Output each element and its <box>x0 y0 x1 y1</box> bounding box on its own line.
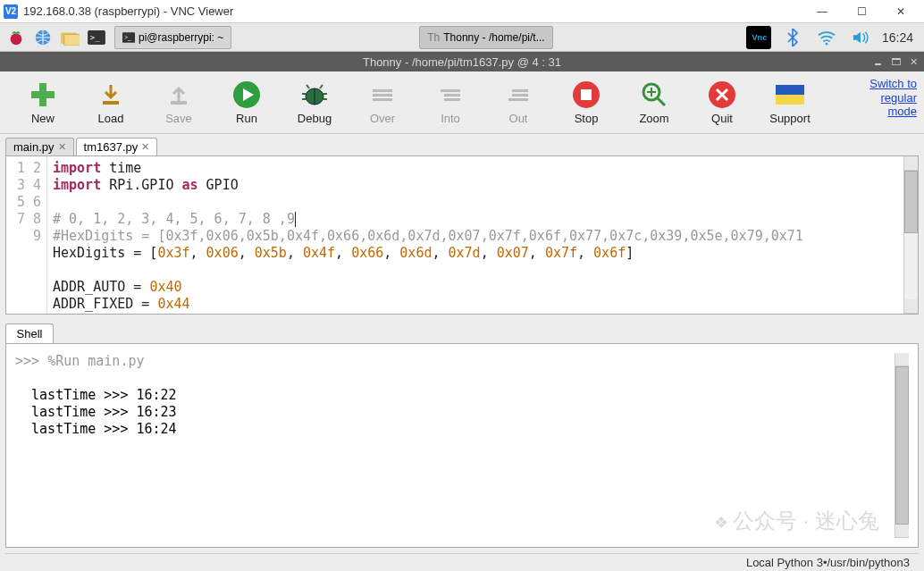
svg-rect-34 <box>776 85 804 95</box>
out-icon <box>503 80 533 110</box>
svg-rect-25 <box>512 94 528 97</box>
svg-rect-11 <box>31 91 55 98</box>
shell-line-3: lastTime >>> 16:24 <box>15 421 177 437</box>
volume-icon[interactable] <box>848 26 873 49</box>
hex2: 0x5b <box>255 245 287 261</box>
save-button[interactable]: Save <box>145 80 213 125</box>
thonny-maximize-icon[interactable]: 🗖 <box>888 55 903 69</box>
tab-main-close-icon[interactable]: ✕ <box>58 141 66 153</box>
support-icon <box>775 80 805 110</box>
id-rpi: RPi.GPIO <box>101 177 181 193</box>
support-button[interactable]: Support <box>756 80 824 125</box>
tab-tm1637-label: tm1637.py <box>84 140 139 154</box>
zoom-button[interactable]: Zoom <box>620 80 688 125</box>
l9-val: 0x44 <box>157 296 189 312</box>
svg-rect-35 <box>776 95 804 105</box>
svg-text:Vnc: Vnc <box>752 33 767 42</box>
hex7: 0x07 <box>497 245 529 261</box>
terminal-icon[interactable]: >_ <box>84 26 109 49</box>
quit-button[interactable]: Quit <box>688 80 756 125</box>
svg-rect-18 <box>373 89 392 92</box>
thonny-title-text: Thonny - /home/pi/tm1637.py @ 4 : 31 <box>363 55 561 69</box>
load-button[interactable]: Load <box>77 80 145 125</box>
taskbar-item-terminal-label: pi@raspberrypi: ~ <box>139 31 223 44</box>
shell-scroll-up-icon[interactable] <box>895 353 909 366</box>
tab-tm1637-close-icon[interactable]: ✕ <box>141 141 149 153</box>
load-label: Load <box>98 112 124 125</box>
shell-line-1: lastTime >>> 16:22 <box>15 387 177 403</box>
pi-taskbar: >_ >_ pi@raspberrypi: ~ Th Thonny - /hom… <box>0 23 924 52</box>
maximize-button[interactable]: ☐ <box>842 0 881 23</box>
svg-rect-13 <box>171 101 187 105</box>
into-label: Into <box>441 112 460 125</box>
bluetooth-icon[interactable] <box>780 26 805 49</box>
thonny-minimize-icon[interactable]: 🗕 <box>870 55 885 69</box>
into-icon <box>435 80 466 110</box>
editor[interactable]: 1 2 3 4 5 6 7 8 9 import time import RPi… <box>5 155 919 315</box>
status-path[interactable]: /usr/bin/python3 <box>827 556 910 569</box>
thonny-close-icon[interactable]: ✕ <box>906 55 920 69</box>
switch-mode-link[interactable]: Switch to regular mode <box>869 77 917 119</box>
raspberry-menu-icon[interactable] <box>4 26 29 49</box>
shell-area[interactable]: >>> %Run main.py lastTime >>> 16:22 last… <box>5 343 919 548</box>
close-button[interactable]: ✕ <box>881 0 920 23</box>
tab-main[interactable]: main.py ✕ <box>5 138 74 155</box>
comment-l4: # 0, 1, 2, 3, 4, 5, 6, 7, 8 ,9 <box>53 211 295 227</box>
svg-rect-26 <box>508 98 528 101</box>
hex4: 0x66 <box>351 245 383 261</box>
new-button[interactable]: New <box>9 80 77 125</box>
scroll-down-icon[interactable] <box>904 299 918 314</box>
shell-scroll-down-icon[interactable] <box>895 525 909 538</box>
taskbar-item-thonny-label: Thonny - /home/pi/t... <box>443 31 544 44</box>
kw-as: as <box>182 177 198 193</box>
shell-output[interactable]: >>> %Run main.py lastTime >>> 16:22 last… <box>15 353 891 538</box>
l9-head: ADDR_FIXED = <box>53 296 157 312</box>
shell-tab[interactable]: Shell <box>5 323 54 343</box>
out-button: Out <box>484 80 552 125</box>
thonny-toolbar: New Load Save Run Debug Over Into Out <box>0 71 924 134</box>
zoom-icon <box>639 80 669 110</box>
wifi-icon[interactable] <box>814 26 839 49</box>
svg-rect-28 <box>581 89 592 100</box>
over-label: Over <box>370 112 395 125</box>
status-python[interactable]: Local Python 3 <box>746 556 823 569</box>
scroll-up-icon[interactable] <box>904 156 918 171</box>
editor-scrollbar[interactable] <box>903 156 918 314</box>
save-icon <box>164 80 194 110</box>
zoom-label: Zoom <box>639 112 668 125</box>
new-label: New <box>31 112 55 125</box>
hex9: 0x6f <box>593 245 626 261</box>
web-browser-icon[interactable] <box>30 26 55 49</box>
debug-icon <box>299 80 330 110</box>
svg-point-0 <box>11 33 22 45</box>
thonny-titlebar: Thonny - /home/pi/tm1637.py @ 4 : 31 🗕 🗖… <box>0 52 924 71</box>
minimize-button[interactable]: — <box>802 0 842 23</box>
thonny-window: Thonny - /home/pi/tm1637.py @ 4 : 31 🗕 🗖… <box>0 52 924 571</box>
out-label: Out <box>509 112 528 125</box>
taskbar-item-thonny[interactable]: Th Thonny - /home/pi/t... <box>419 26 552 49</box>
svg-rect-3 <box>64 34 80 46</box>
svg-rect-23 <box>444 98 460 101</box>
thonny-taskbar-icon: Th <box>427 31 440 44</box>
debug-button[interactable]: Debug <box>281 80 349 125</box>
stop-icon <box>571 80 601 110</box>
file-manager-icon[interactable] <box>57 26 82 49</box>
clock[interactable]: 16:24 <box>882 30 913 45</box>
svg-rect-22 <box>444 94 460 97</box>
shell-scroll-thumb[interactable] <box>895 366 909 524</box>
vnc-server-icon[interactable]: Vnc <box>746 26 771 49</box>
tab-tm1637[interactable]: tm1637.py ✕ <box>76 138 158 155</box>
shell-scrollbar[interactable] <box>895 353 909 538</box>
comment-l5: #HexDigits = [0x3f,0x06,0x5b,0x4f,0x66,0… <box>53 228 803 244</box>
taskbar-item-terminal[interactable]: >_ pi@raspberrypi: ~ <box>114 26 231 49</box>
run-button[interactable]: Run <box>213 80 281 125</box>
status-bar: Local Python 3 • /usr/bin/python3 <box>5 553 919 571</box>
code-area[interactable]: import time import RPi.GPIO as GPIO # 0,… <box>47 156 903 314</box>
svg-rect-20 <box>373 98 392 101</box>
vnc-logo-icon: V2 <box>4 4 18 19</box>
load-icon <box>96 80 126 110</box>
scroll-thumb[interactable] <box>904 171 918 233</box>
svg-rect-19 <box>373 94 392 97</box>
hex5: 0x6d <box>399 245 432 261</box>
stop-button[interactable]: Stop <box>552 80 620 125</box>
